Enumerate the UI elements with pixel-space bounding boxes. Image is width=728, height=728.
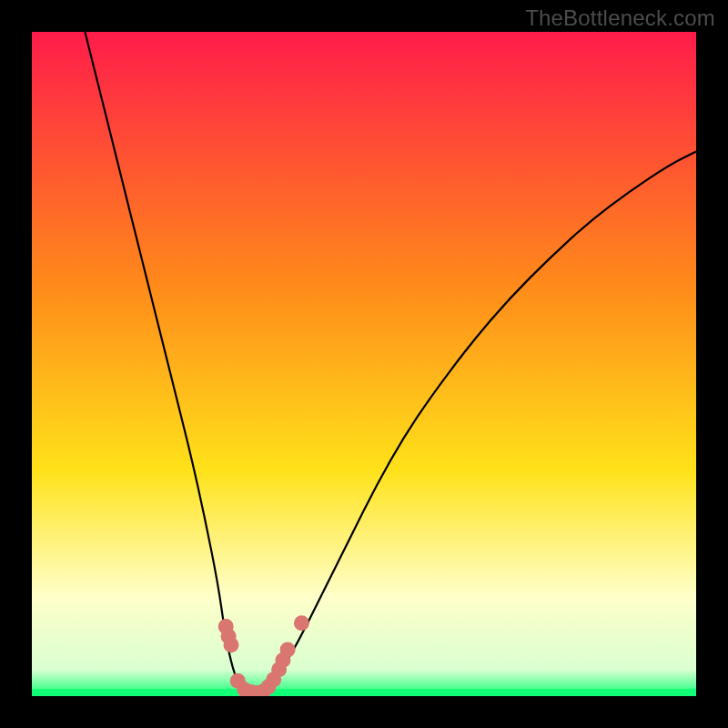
chart-frame: TheBottleneck.com bbox=[0, 0, 728, 728]
curve-marker bbox=[224, 637, 239, 652]
curve-marker bbox=[294, 615, 309, 631]
chart-svg bbox=[32, 32, 696, 696]
curve-marker bbox=[280, 642, 296, 657]
green-zone-band bbox=[32, 689, 696, 696]
watermark-text: TheBottleneck.com bbox=[525, 5, 715, 31]
plot-area bbox=[32, 32, 696, 696]
gradient-background bbox=[32, 32, 696, 696]
